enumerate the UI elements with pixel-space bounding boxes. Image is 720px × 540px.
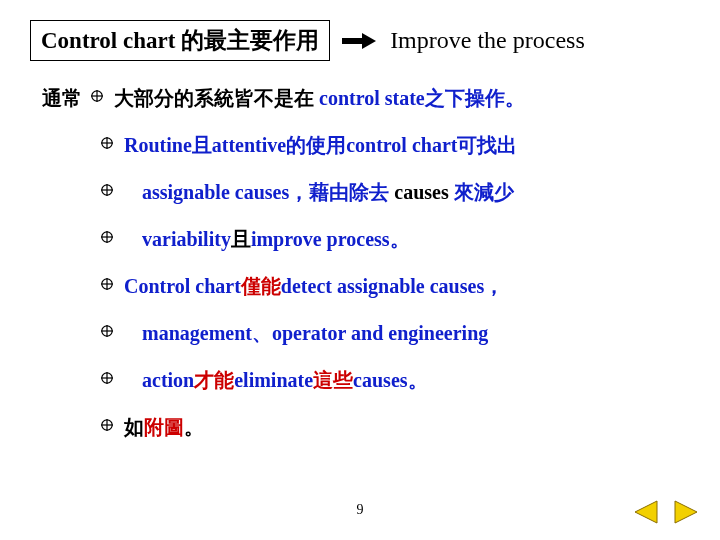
next-button[interactable] xyxy=(672,498,702,526)
content-line: 如附圖。 xyxy=(100,414,690,441)
crosshair-bullet-icon xyxy=(100,136,114,150)
crosshair-bullet-icon xyxy=(100,324,114,338)
line-text: Control chart僅能detect assignable causes， xyxy=(124,273,504,300)
crosshair-bullet-icon xyxy=(90,89,104,103)
line-text: variability且improve process。 xyxy=(142,226,410,253)
line-text: 如附圖。 xyxy=(124,414,204,441)
line-text: management、operator and engineering xyxy=(142,320,488,347)
page-number: 9 xyxy=(357,502,364,518)
line-text: action才能eliminate這些causes。 xyxy=(142,367,428,394)
content-line: assignable causes，藉由除去 causes 來減少 xyxy=(100,179,690,206)
header-row: Control chart 的最主要作用 Improve the process xyxy=(30,20,690,61)
triangle-right-icon xyxy=(673,499,701,525)
content-line: Routine且attentive的使用control chart可找出 xyxy=(100,132,690,159)
crosshair-bullet-icon xyxy=(100,277,114,291)
content-line: 通常大部分的系統皆不是在 control state之下操作。 xyxy=(42,85,690,112)
line-text: Routine且attentive的使用control chart可找出 xyxy=(124,132,517,159)
header-improve: Improve the process xyxy=(390,27,585,54)
arrow-right-icon xyxy=(342,34,378,48)
content-line: management、operator and engineering xyxy=(100,320,690,347)
line-text: assignable causes，藉由除去 causes 來減少 xyxy=(142,179,514,206)
content-line: Control chart僅能detect assignable causes， xyxy=(100,273,690,300)
crosshair-bullet-icon xyxy=(100,418,114,432)
crosshair-bullet-icon xyxy=(100,183,114,197)
slide: Control chart 的最主要作用 Improve the process… xyxy=(0,0,720,540)
line-text: 大部分的系統皆不是在 control state之下操作。 xyxy=(114,85,525,112)
svg-marker-25 xyxy=(675,501,697,523)
nav-controls xyxy=(630,498,702,526)
content-line: variability且improve process。 xyxy=(100,226,690,253)
crosshair-bullet-icon xyxy=(100,230,114,244)
title-box: Control chart 的最主要作用 xyxy=(30,20,330,61)
content-area: 通常大部分的系統皆不是在 control state之下操作。Routine且a… xyxy=(30,85,690,441)
triangle-left-icon xyxy=(631,499,659,525)
prev-button[interactable] xyxy=(630,498,660,526)
crosshair-bullet-icon xyxy=(100,371,114,385)
line-prefix: 通常 xyxy=(42,85,82,112)
content-line: action才能eliminate這些causes。 xyxy=(100,367,690,394)
svg-marker-24 xyxy=(635,501,657,523)
